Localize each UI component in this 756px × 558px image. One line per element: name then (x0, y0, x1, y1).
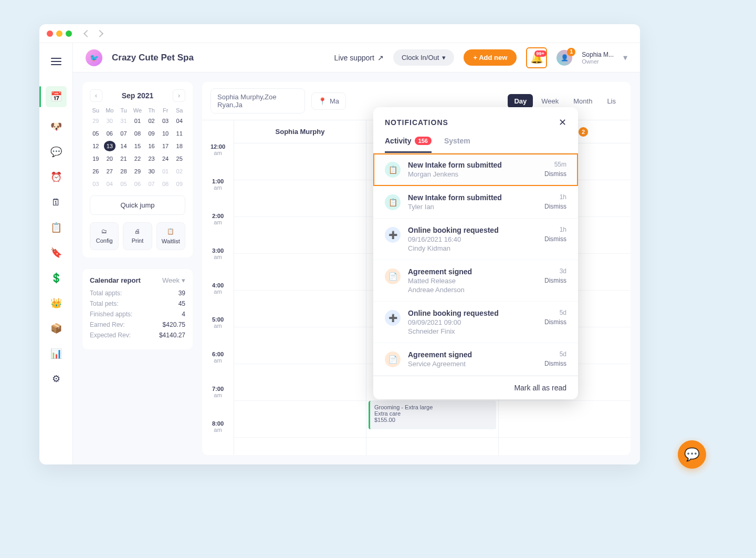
tags-icon[interactable]: 🔖 (50, 247, 62, 259)
day-cell[interactable]: 06 (132, 179, 144, 189)
notification-item[interactable]: 📄Agreement signedService Agreement5dDism… (373, 343, 578, 376)
forward-icon[interactable] (96, 29, 103, 37)
calendar-icon[interactable]: 📅 (46, 86, 67, 107)
shop-icon[interactable]: 👑 (50, 297, 62, 309)
day-cell[interactable]: 29 (132, 166, 144, 177)
notification-item[interactable]: ➕Online booking requested09/09/2021 09:0… (373, 302, 578, 343)
day-cell[interactable]: 05 (90, 128, 102, 139)
staff-filter-input[interactable]: Sophia Murphy,Zoe Ryan,Ja (211, 88, 305, 113)
day-cell[interactable]: 12 (90, 141, 102, 151)
live-support-link[interactable]: Live support ↗ (334, 54, 384, 62)
back-icon[interactable] (83, 29, 91, 37)
report-period-select[interactable]: Week ▾ (162, 276, 185, 284)
day-cell[interactable]: 31 (118, 116, 130, 126)
tab-activity[interactable]: Activity156 (385, 132, 432, 153)
day-cell[interactable]: 08 (132, 128, 144, 139)
dismiss-button[interactable]: Dismiss (544, 235, 566, 243)
day-cell[interactable]: 03 (160, 116, 172, 126)
day-cell[interactable]: 30 (145, 166, 158, 177)
column-body[interactable] (234, 143, 366, 455)
day-cell[interactable]: 20 (104, 153, 116, 164)
clock-in-out-button[interactable]: Clock In/Out ▾ (393, 49, 455, 66)
match-filter[interactable]: 📍 Ma (311, 92, 346, 110)
day-cell[interactable]: 05 (118, 179, 130, 189)
day-cell[interactable]: 01 (160, 166, 172, 177)
day-cell[interactable]: 24 (160, 153, 172, 164)
day-cell[interactable]: 26 (90, 166, 102, 177)
close-icon[interactable]: ✕ (559, 117, 566, 128)
settings-icon[interactable]: ⚙ (50, 373, 62, 385)
reminders-icon[interactable]: ⏰ (50, 171, 62, 183)
schedule-icon[interactable]: 🗓 (50, 197, 62, 208)
close-dot[interactable] (47, 30, 53, 37)
quick-jump-button[interactable]: Quick jump (90, 195, 185, 215)
view-day[interactable]: Day (508, 94, 533, 108)
avatar[interactable]: 👤1 (556, 50, 572, 66)
day-cell[interactable]: 02 (145, 116, 158, 126)
day-cell[interactable]: 27 (104, 166, 116, 177)
minimize-dot[interactable] (56, 30, 62, 37)
day-cell[interactable]: 07 (145, 179, 158, 189)
view-lis[interactable]: Lis (601, 94, 622, 108)
notification-item[interactable]: ➕Online booking requested09/16/2021 16:4… (373, 219, 578, 260)
day-cell[interactable]: 08 (160, 179, 172, 189)
print-button[interactable]: 🖨Print (123, 222, 152, 250)
notification-item[interactable]: 📋New Intake form submittedMorgan Jenkens… (373, 153, 578, 186)
view-month[interactable]: Month (567, 94, 598, 108)
day-cell[interactable]: 09 (173, 179, 185, 189)
inventory-icon[interactable]: 📦 (50, 323, 62, 334)
header: 🐦 Crazy Cute Pet Spa Live support ↗ Cloc… (73, 43, 640, 73)
dismiss-button[interactable]: Dismiss (544, 203, 566, 210)
day-cell[interactable]: 28 (118, 166, 130, 177)
dismiss-button[interactable]: Dismiss (544, 277, 566, 284)
day-cell[interactable]: 25 (173, 153, 185, 164)
view-week[interactable]: Week (535, 94, 565, 108)
day-cell[interactable]: 03 (90, 179, 102, 189)
day-cell[interactable]: 09 (145, 128, 158, 139)
dismiss-button[interactable]: Dismiss (544, 360, 566, 367)
day-cell[interactable]: 21 (118, 153, 130, 164)
forms-icon[interactable]: 📋 (50, 222, 62, 233)
pets-icon[interactable]: 🐶 (50, 121, 62, 132)
day-cell[interactable]: 01 (132, 116, 144, 126)
next-month-button[interactable]: › (173, 89, 185, 102)
notification-type-icon: 📄 (385, 352, 401, 367)
add-new-button[interactable]: + Add new (464, 49, 517, 66)
reports-icon[interactable]: 📊 (50, 348, 62, 359)
day-cell[interactable]: 19 (90, 153, 102, 164)
day-cell[interactable]: 06 (104, 128, 116, 139)
revenue-icon[interactable]: 💲 (50, 272, 62, 284)
mark-all-read-button[interactable]: Mark all as read (373, 376, 578, 399)
dismiss-button[interactable]: Dismiss (544, 170, 566, 178)
notification-item[interactable]: 📄Agreement signedMatted ReleaseAndreae A… (373, 260, 578, 302)
day-cell[interactable]: 18 (173, 141, 185, 151)
day-cell[interactable]: 23 (145, 153, 158, 164)
config-button[interactable]: 🗂Config (90, 222, 119, 250)
day-cell[interactable]: 15 (132, 141, 144, 151)
prev-month-button[interactable]: ‹ (90, 89, 102, 102)
dismiss-button[interactable]: Dismiss (544, 318, 566, 326)
waitlist-button[interactable]: 📋Waitlist (156, 222, 185, 250)
messages-icon[interactable]: 💬 (50, 146, 62, 158)
day-cell[interactable]: 13 (104, 141, 116, 151)
day-cell[interactable]: 11 (173, 128, 185, 139)
tab-system[interactable]: System (444, 132, 470, 153)
day-cell[interactable]: 04 (104, 179, 116, 189)
day-cell[interactable]: 10 (160, 128, 172, 139)
notification-item[interactable]: 📋New Intake form submittedTyler Ian1hDis… (373, 186, 578, 219)
day-cell[interactable]: 22 (132, 153, 144, 164)
day-cell[interactable]: 29 (90, 116, 102, 126)
day-cell[interactable]: 07 (118, 128, 130, 139)
notifications-button[interactable]: 🔔99+ (526, 47, 547, 68)
day-cell[interactable]: 17 (160, 141, 172, 151)
day-cell[interactable]: 16 (145, 141, 158, 151)
menu-icon[interactable] (51, 58, 61, 65)
chat-fab[interactable]: 💬 (678, 440, 706, 469)
day-cell[interactable]: 14 (118, 141, 130, 151)
maximize-dot[interactable] (66, 30, 72, 37)
day-cell[interactable]: 02 (173, 166, 185, 177)
appointment-card[interactable]: Grooming - Extra largeExtra care$155.00 (369, 401, 496, 429)
day-cell[interactable]: 30 (104, 116, 116, 126)
day-cell[interactable]: 04 (173, 116, 185, 126)
user-info[interactable]: Sophia M... Owner (582, 51, 614, 65)
